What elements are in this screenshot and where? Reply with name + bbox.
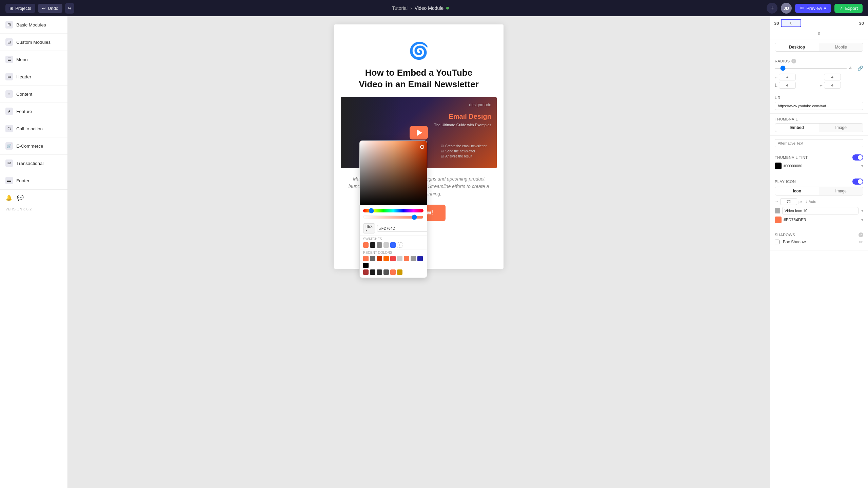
breadcrumb-parent[interactable]: Tutorial	[392, 5, 408, 11]
sidebar-item-ecommerce[interactable]: 🛒 E-Commerce	[0, 137, 67, 155]
content-icon: ≡	[5, 90, 13, 98]
chat-icon[interactable]: 💬	[17, 194, 24, 201]
sidebar-label-cta: Call to action	[16, 126, 43, 131]
radius-tr-input[interactable]	[824, 74, 841, 80]
hex-format-selector[interactable]: HEX ▾	[363, 223, 375, 233]
video-title-text: Email Design	[449, 113, 491, 120]
projects-button[interactable]: ⊞ Projects	[5, 4, 35, 13]
redo-button[interactable]: ↪	[65, 3, 74, 14]
preview-label: Preview	[806, 6, 822, 11]
alt-text-input[interactable]	[775, 139, 863, 147]
video-icon-preview	[775, 208, 780, 213]
user-avatar[interactable]: JD	[781, 3, 792, 14]
sidebar-item-feature[interactable]: ★ Feature	[0, 103, 67, 120]
recent-10[interactable]	[363, 263, 369, 268]
recent-7[interactable]	[404, 256, 409, 261]
recent-4[interactable]	[383, 256, 389, 261]
recent-6[interactable]	[397, 256, 402, 261]
radius-lock-icon[interactable]: 🔗	[857, 65, 863, 71]
recent-9[interactable]	[417, 256, 423, 261]
sidebar-item-call-to-action[interactable]: ⬡ Call to action	[0, 120, 67, 137]
recent-13[interactable]	[377, 269, 382, 275]
notifications-icon[interactable]: 🔔	[5, 194, 12, 201]
device-tab-section: Desktop Mobile	[770, 39, 868, 55]
swatch-orange[interactable]	[363, 242, 369, 248]
box-shadow-checkbox[interactable]	[775, 240, 780, 244]
image-tab[interactable]: Image	[819, 124, 863, 132]
recent-1[interactable]	[363, 256, 369, 261]
topbar-right: + JD 👁 Preview ▾ ↗ Export	[767, 3, 863, 14]
sidebar-item-menu[interactable]: ☰ Menu	[0, 51, 67, 68]
desktop-tab[interactable]: Desktop	[775, 43, 819, 51]
hex-row: HEX ▾ %	[360, 221, 427, 236]
recent-8[interactable]	[411, 256, 416, 261]
swatch-gray[interactable]	[377, 242, 382, 248]
sidebar-item-custom-modules[interactable]: ⊟ Custom Modules	[0, 34, 67, 51]
add-icon: +	[770, 5, 774, 12]
sidebar-item-content[interactable]: ≡ Content	[0, 86, 67, 103]
preview-button[interactable]: 👁 Preview ▾	[795, 4, 831, 13]
menu-icon: ☰	[5, 56, 13, 63]
redo-icon: ↪	[68, 6, 72, 11]
radius-value-display: 4	[849, 66, 855, 71]
image-tab2[interactable]: Image	[819, 187, 863, 195]
radius-bl-input[interactable]	[779, 82, 796, 89]
swatch-black[interactable]	[370, 242, 375, 248]
icon-select[interactable]: Video Icon 10	[782, 207, 859, 214]
recent-row-2	[363, 269, 423, 275]
recent-14[interactable]	[383, 269, 389, 275]
tint-chevron[interactable]: ▾	[861, 164, 863, 168]
feature-icon: ★	[5, 108, 13, 115]
swatches-section: SWATCHES +	[360, 236, 427, 249]
radius-slider[interactable]	[775, 68, 847, 69]
embed-tab[interactable]: Embed	[775, 124, 819, 132]
hex-chevron: ▾	[366, 228, 367, 232]
hex-input[interactable]	[377, 225, 427, 232]
play-button[interactable]	[410, 126, 428, 139]
recent-colors-label: RECENT COLORS	[363, 251, 423, 255]
radius-tl-input[interactable]	[779, 74, 796, 80]
add-button[interactable]: +	[767, 3, 777, 14]
sidebar-label-basic-modules: Basic Modules	[16, 22, 46, 27]
recent-5[interactable]	[390, 256, 396, 261]
footer-icon: ▬	[5, 177, 13, 184]
thumbnail-tint-toggle[interactable]	[852, 154, 863, 161]
box-shadow-edit-icon[interactable]: ✏	[859, 239, 863, 245]
recent-15[interactable]	[390, 269, 396, 275]
icon-color-chevron[interactable]: ▾	[861, 218, 863, 222]
radius-tl-group: ⌐	[775, 74, 818, 80]
recent-2[interactable]	[370, 256, 375, 261]
play-icon-toggle[interactable]	[852, 179, 863, 185]
radius-bl-icon: L	[775, 82, 777, 88]
sidebar-item-basic-modules[interactable]: ⊞ Basic Modules	[0, 16, 67, 34]
recent-12[interactable]	[370, 269, 375, 275]
swatch-blue[interactable]	[390, 242, 396, 248]
hue-slider[interactable]	[363, 209, 423, 212]
sidebar-item-transactional[interactable]: ✉ Transactional	[0, 155, 67, 172]
undo-button[interactable]: ↩ Undo	[38, 4, 62, 13]
opacity-slider[interactable]	[363, 215, 423, 219]
swatch-light[interactable]	[383, 242, 389, 248]
add-swatch-button[interactable]: +	[397, 242, 402, 248]
icon-color-swatch[interactable]	[775, 217, 782, 223]
eye-icon: 👁	[800, 6, 804, 11]
recent-11[interactable]	[363, 269, 369, 275]
recent-3[interactable]	[377, 256, 382, 261]
sidebar-item-header[interactable]: ▭ Header	[0, 68, 67, 86]
mobile-tab[interactable]: Mobile	[819, 43, 863, 51]
export-label: Export	[845, 6, 858, 11]
recent-16[interactable]	[397, 269, 402, 275]
icon-select-chevron: ▾	[861, 208, 863, 213]
color-gradient-picker[interactable]	[360, 141, 427, 205]
shadows-info-icon: ?	[859, 232, 863, 237]
thumbnail-tab-group: Embed Image	[775, 123, 863, 132]
right-panel: 30 0 30 0 Desktop Mobile RADIUS ?	[770, 16, 868, 488]
icon-tab[interactable]: Icon	[775, 187, 819, 195]
padding-box: 0	[781, 19, 801, 27]
sidebar-item-footer[interactable]: ▬ Footer	[0, 172, 67, 189]
url-input[interactable]	[775, 102, 863, 110]
tint-color-swatch[interactable]	[775, 163, 782, 169]
radius-br-input[interactable]	[824, 82, 841, 89]
export-button[interactable]: ↗ Export	[834, 4, 863, 13]
width-input[interactable]	[780, 198, 797, 205]
